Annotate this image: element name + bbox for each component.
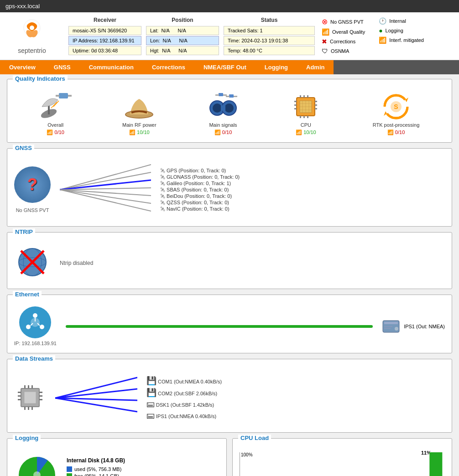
legend-free-label: free (95%, 14.1 GB) — [74, 473, 119, 476]
nav-communication[interactable]: Communication — [80, 60, 143, 74]
svg-point-14 — [224, 103, 234, 113]
quality-indicators-label: Quality Indicators — [13, 75, 68, 82]
no-gnss-label: No GNSS PVT — [330, 19, 364, 25]
indicator-no-gnss: ⊗ No GNSS PVT — [322, 17, 365, 26]
svg-rect-24 — [294, 101, 297, 102]
svg-rect-84 — [28, 407, 29, 410]
quality-rf: Main RF power 📶 10/10 — [122, 91, 156, 135]
svg-line-87 — [55, 389, 137, 398]
indicator-overall-quality: 📶 Overall Quality — [322, 28, 365, 36]
gnss-glonass: 🛰 GLONASS (Position: 0, Track: 0) — [160, 174, 240, 180]
quality-indicators-section: Quality Indicators — [7, 79, 452, 143]
svg-rect-82 — [31, 385, 33, 388]
cpu-chart: 100% 0% — [240, 452, 445, 476]
indicator-logging: ● Logging — [379, 27, 424, 34]
quality-rf-score: 📶 10/10 — [129, 129, 150, 135]
svg-rect-76 — [18, 399, 21, 400]
main-content: Quality Indicators — [0, 74, 459, 476]
gnss-connector-svg — [60, 160, 151, 219]
svg-rect-33 — [300, 116, 301, 118]
ntrip-globe-icon — [14, 244, 51, 282]
gnss-sbas: 🛰 SBAS (Position: 0, Track: 0) — [160, 187, 240, 192]
disk-icon — [382, 320, 400, 333]
receiver-uptime: Uptime: 0d 03:36:48 — [68, 46, 141, 55]
cpu-chart-svg — [240, 452, 445, 476]
svg-rect-35 — [307, 116, 308, 118]
nav-admin[interactable]: Admin — [297, 60, 334, 74]
cpu-chart-area: 11% 100% 0% — [240, 443, 445, 476]
logging-label: Logging — [386, 28, 403, 33]
osnma-icon: 🛡 — [322, 47, 328, 55]
legend-free: free (95%, 14.1 GB) — [67, 473, 125, 476]
rtk-icon: S — [380, 91, 412, 120]
svg-rect-25 — [294, 104, 297, 106]
gnss-label: GNSS — [13, 145, 34, 151]
cpu-load-section: CPU Load 11% 100% 0% — [232, 438, 452, 476]
gnss-galileo: 🛰 Galileo (Position: 0, Track: 1) — [160, 181, 240, 186]
ds-chip-icon — [14, 382, 46, 415]
disk-pie-chart — [14, 452, 60, 476]
eth-line — [66, 325, 373, 328]
position-lat: Lat: N/A N/A — [146, 26, 219, 35]
nav-overview[interactable]: Overview — [0, 60, 45, 74]
svg-marker-44 — [405, 98, 408, 102]
eth-ip: IP: 192.168.139.91 — [14, 341, 57, 346]
receiver-ip: IP Address: 192.168.139.91 — [68, 36, 141, 45]
gnss-section: GNSS ? No GNSS PVT 🛰 GPS (Positi — [7, 148, 452, 227]
disk-title: Internal Disk (14.8 GB) — [67, 457, 125, 464]
svg-line-48 — [60, 165, 151, 190]
svg-rect-70 — [384, 326, 392, 327]
nav-nmea-sbf[interactable]: NMEA/SBF Out — [194, 60, 256, 74]
legend-free-color — [67, 473, 72, 476]
eth-icon-area: IP: 192.168.139.91 — [14, 306, 57, 346]
ds-stream-list: 💾 COM1 (Out:NMEA 0.40kB/s) 💾 COM2 (Out:S… — [146, 376, 222, 420]
quality-signals: Main signals 📶 0/10 — [207, 91, 239, 135]
corrections-icon: ✖ — [322, 38, 327, 45]
svg-rect-29 — [315, 108, 317, 109]
nav-logging[interactable]: Logging — [256, 60, 297, 74]
svg-point-1 — [30, 26, 34, 30]
receiver-title: Receiver — [68, 17, 141, 23]
svg-point-63 — [40, 325, 44, 329]
internal-icon: 🕐 — [379, 17, 386, 25]
septentrio-logo — [18, 18, 46, 45]
quality-rtk-label: RTK post-processing — [373, 122, 420, 128]
svg-rect-16 — [219, 93, 223, 96]
indicator-interf: 📶 Interf. mitigated — [379, 36, 424, 44]
nav-corrections[interactable]: Corrections — [143, 60, 194, 74]
quality-cpu-label: CPU — [301, 122, 311, 128]
ntrip-label: NTRIP — [13, 228, 35, 235]
indicator-osnma: 🛡 OSNMA — [322, 47, 365, 55]
logging-icon: ● — [379, 27, 382, 34]
data-streams-label: Data Streams — [13, 355, 55, 362]
status-section: Status Tracked Sats: 1 Time: 2024-02-13 … — [224, 17, 315, 55]
svg-rect-75 — [18, 395, 21, 397]
disk-info: Internal Disk (14.8 GB) used (5%, 756.3 … — [67, 457, 125, 476]
position-hgt: Hgt: N/A N/A — [146, 46, 219, 55]
logging-section-label: Logging — [13, 435, 41, 441]
ethernet-label: Ethernet — [13, 291, 42, 298]
ntrip-area: Ntrip disabled — [14, 237, 445, 282]
quality-rtk-score: 📶 0/10 — [387, 129, 405, 135]
rf-icon — [123, 91, 155, 120]
svg-rect-17 — [215, 94, 219, 96]
svg-point-69 — [395, 327, 398, 331]
osnma-label: OSNMA — [331, 48, 349, 54]
quality-overall-label: Overall — [47, 122, 63, 128]
quality-signals-label: Main signals — [209, 122, 237, 128]
svg-rect-31 — [303, 95, 305, 98]
receiver-section: Receiver mosaic-X5 S/N 3669620 IP Addres… — [68, 17, 141, 55]
ds-ips1: 🖴 IPS1 (Out:NMEA 0.40kB/s) — [146, 411, 222, 420]
gnss-qzss: 🛰 QZSS (Position: 0, Track: 0) — [160, 200, 240, 205]
status-tracked: Tracked Sats: 1 — [224, 26, 315, 35]
quality-rf-label: Main RF power — [122, 122, 156, 128]
indicator-internal: 🕐 Internal — [379, 17, 424, 25]
svg-rect-18 — [223, 94, 227, 96]
disk-area: Internal Disk (14.8 GB) used (5%, 756.3 … — [14, 443, 219, 476]
nav-gnss[interactable]: GNSS — [45, 60, 80, 74]
indicators-area: ⊗ No GNSS PVT 📶 Overall Quality ✖ Correc… — [322, 17, 424, 55]
svg-rect-5 — [56, 95, 59, 97]
quality-rtk: S RTK post-processing 📶 0/10 — [373, 91, 420, 135]
ds-dsk1: 🖴 DSK1 (Out:SBF 1.42kB/s) — [146, 399, 222, 409]
svg-line-53 — [60, 190, 151, 203]
